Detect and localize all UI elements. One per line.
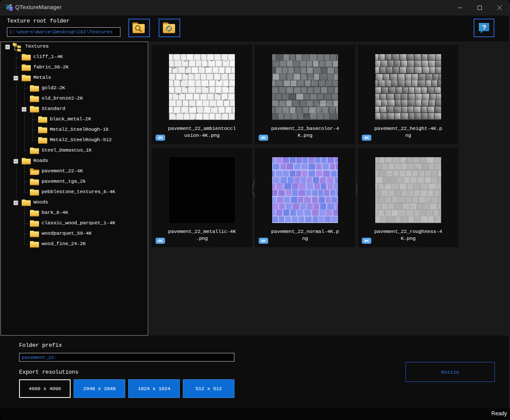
svg-text:?: ? bbox=[482, 23, 486, 31]
